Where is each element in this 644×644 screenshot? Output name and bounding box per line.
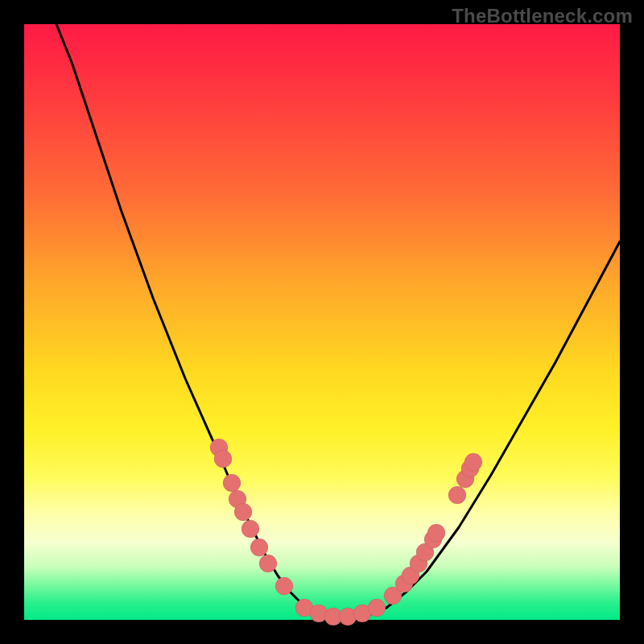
dot-left-1 bbox=[214, 450, 232, 468]
chart-svg bbox=[24, 24, 620, 620]
dots-bottom-group bbox=[295, 599, 386, 625]
dot-left-2 bbox=[223, 474, 241, 492]
dots-right-group bbox=[384, 453, 482, 605]
dot-right-6 bbox=[427, 524, 445, 542]
dot-left-4 bbox=[234, 503, 252, 521]
dot-bottom-5 bbox=[368, 599, 386, 617]
chart-frame: TheBottleneck.com bbox=[0, 0, 644, 644]
dots-left-group bbox=[210, 439, 293, 595]
plot-area bbox=[24, 24, 620, 620]
dot-left-6 bbox=[250, 539, 268, 556]
dot-right-10 bbox=[464, 453, 482, 471]
dot-left-7 bbox=[259, 555, 277, 572]
dot-right-7 bbox=[448, 486, 466, 504]
bottleneck-curve bbox=[56, 24, 620, 620]
dot-left-5 bbox=[242, 520, 259, 538]
dot-left-8 bbox=[275, 577, 293, 595]
